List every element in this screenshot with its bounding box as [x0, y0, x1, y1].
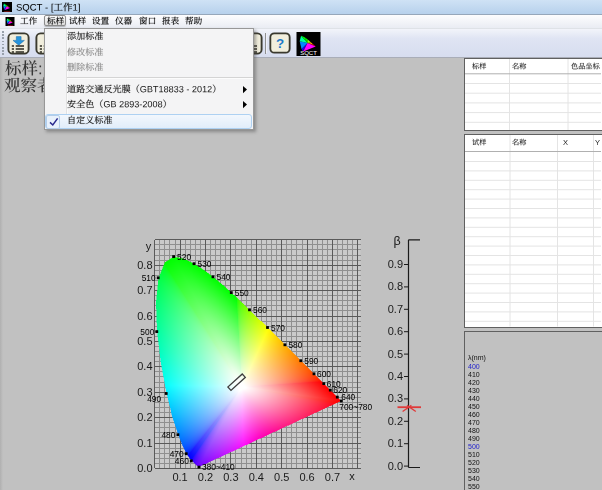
- svg-text:0.5: 0.5: [137, 335, 152, 347]
- svg-text:510: 510: [142, 273, 156, 283]
- svg-text:520: 520: [177, 252, 191, 262]
- svg-text:560: 560: [253, 305, 267, 315]
- svg-text:0.6: 0.6: [299, 471, 314, 483]
- svg-text:530: 530: [198, 259, 212, 269]
- svg-text:0.4: 0.4: [388, 370, 403, 382]
- svg-text:y: y: [146, 240, 152, 252]
- svg-text:0.6: 0.6: [388, 325, 403, 337]
- svg-text:x: x: [349, 470, 355, 482]
- svg-text:β: β: [393, 234, 400, 248]
- svg-text:0.4: 0.4: [249, 471, 264, 483]
- svg-text:0.1: 0.1: [172, 471, 187, 483]
- svg-text:0.7: 0.7: [137, 284, 152, 296]
- svg-text:0.1: 0.1: [388, 437, 403, 449]
- svg-text:0.0: 0.0: [388, 460, 403, 472]
- svg-text:0.2: 0.2: [198, 471, 213, 483]
- svg-text:570: 570: [271, 323, 285, 333]
- svg-text:0.8: 0.8: [137, 259, 152, 271]
- svg-text:550: 550: [235, 288, 249, 298]
- svg-text:0.5: 0.5: [388, 348, 403, 360]
- svg-text:540: 540: [217, 272, 231, 282]
- svg-text:0.7: 0.7: [388, 303, 403, 315]
- svg-text:0.2: 0.2: [388, 415, 403, 427]
- svg-text:0.2: 0.2: [137, 411, 152, 423]
- svg-text:590: 590: [304, 356, 318, 366]
- svg-text:580: 580: [288, 340, 302, 350]
- svg-text:600: 600: [317, 369, 331, 379]
- svg-text:0.9: 0.9: [388, 258, 403, 270]
- svg-text:0.3: 0.3: [137, 386, 152, 398]
- svg-text:0.6: 0.6: [137, 310, 152, 322]
- svg-text:0.4: 0.4: [137, 360, 152, 372]
- svg-text:480: 480: [161, 430, 175, 440]
- svg-text:0.5: 0.5: [274, 471, 289, 483]
- svg-text:0.8: 0.8: [388, 280, 403, 292]
- svg-text:460: 460: [175, 456, 189, 466]
- svg-text:0.0: 0.0: [137, 462, 152, 474]
- svg-text:0.7: 0.7: [325, 471, 340, 483]
- svg-text:0.3: 0.3: [388, 392, 403, 404]
- svg-text:0.1: 0.1: [137, 437, 152, 449]
- svg-text:0.3: 0.3: [223, 471, 238, 483]
- svg-text:700~780: 700~780: [339, 402, 372, 412]
